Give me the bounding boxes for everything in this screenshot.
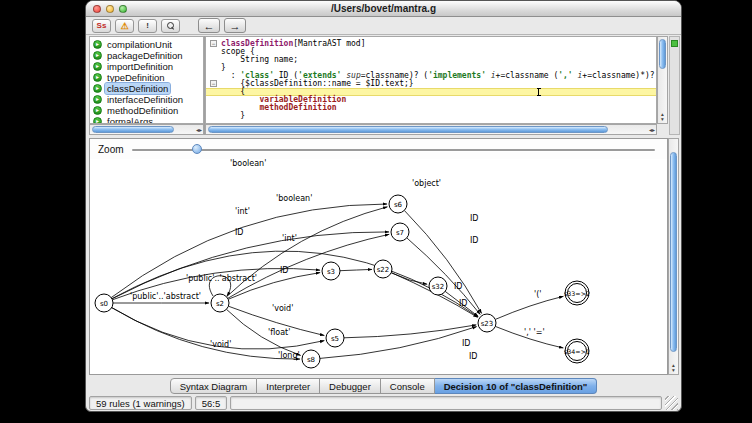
rule-item-typeDefinition[interactable]: ▸typeDefinition: [90, 72, 203, 83]
tab-interpreter[interactable]: Interpreter: [257, 378, 320, 394]
rule-label: packageDefinition: [105, 50, 185, 61]
pane-vscroll-thumb[interactable]: [670, 152, 677, 352]
svg-text:s8: s8: [307, 356, 315, 364]
toolbar: Ss ⚠ ! ← →: [86, 17, 681, 35]
rule-label: compilationUnit: [105, 39, 174, 50]
rule-label: interfaceDefinition: [105, 94, 185, 105]
edge-label: 'long': [278, 351, 300, 360]
editor-horizontal-scrollbar[interactable]: ◂▸: [205, 124, 657, 135]
svg-text:s32: s32: [432, 283, 445, 291]
warnings-button[interactable]: ⚠: [115, 19, 134, 33]
analysis-column[interactable]: [669, 36, 680, 135]
code-line[interactable]: − {$classDefinition::name = $ID.text;}: [206, 80, 656, 88]
back-arrow-icon: ←: [204, 20, 215, 32]
edge-label: '(': [534, 290, 542, 299]
dfa-diagram-canvas[interactable]: 'public'..'abstract''public'..'abstract'…: [90, 159, 667, 375]
dfa-node-s32[interactable]: s32: [429, 277, 447, 295]
rule-icon: ▸: [93, 73, 102, 82]
tree-horizontal-scrollbar[interactable]: ◂▸: [89, 124, 204, 135]
dfa-edge: [407, 238, 480, 315]
dfa-node-s2[interactable]: s2: [211, 294, 229, 312]
tab-decision-10-of-classdefinition[interactable]: Decision 10 of "classDefinition": [435, 378, 598, 394]
bottom-tabs: Syntax DiagramInterpreterDebuggerConsole…: [86, 378, 681, 394]
svg-text:s22: s22: [377, 266, 390, 274]
rule-item-classDefinition[interactable]: ▸classDefinition: [90, 83, 203, 94]
syntax-coloring-button[interactable]: Ss: [92, 19, 111, 33]
ideas-button[interactable]: !: [138, 19, 157, 33]
dfa-node-s22[interactable]: s22: [374, 260, 392, 278]
title-bar[interactable]: /Users/bovet/mantra.g: [86, 1, 681, 17]
rule-item-importDefinition[interactable]: ▸importDefinition: [90, 61, 203, 72]
fold-toggle-icon[interactable]: −: [210, 80, 221, 88]
caret-position-status: 56:5: [195, 396, 228, 410]
svg-text:s23: s23: [481, 320, 494, 328]
scroll-arrows-icon[interactable]: ▴▾: [669, 363, 678, 373]
dfa-node-s33[interactable]: s33=>2: [564, 281, 590, 305]
dfa-node-s0[interactable]: s0: [95, 294, 113, 312]
zoom-window-button[interactable]: [119, 5, 127, 13]
scroll-arrows-icon[interactable]: ◂▸: [196, 126, 202, 133]
rule-item-formalArgs[interactable]: ▸formalArgs: [90, 116, 203, 124]
zoom-slider[interactable]: [132, 143, 659, 155]
text-caret: [538, 88, 539, 96]
syntax-coloring-icon: Ss: [97, 21, 107, 30]
editor-vscroll-thumb[interactable]: [659, 39, 666, 69]
grammar-editor[interactable]: −classDefinition[MantraAST mod]scope { S…: [205, 36, 657, 124]
dfa-node-s23[interactable]: s23: [478, 314, 496, 332]
diagram-svg[interactable]: 'public'..'abstract''public'..'abstract'…: [90, 159, 667, 375]
ideas-icon: !: [146, 21, 149, 30]
zoom-bar: Zoom: [90, 139, 667, 159]
dfa-node-s7[interactable]: s7: [391, 223, 409, 241]
tree-hscroll-thumb[interactable]: [92, 126, 174, 133]
tab-console[interactable]: Console: [381, 378, 435, 394]
tab-syntax-diagram[interactable]: Syntax Diagram: [170, 378, 258, 394]
scroll-arrows-icon[interactable]: ◂▸: [649, 126, 655, 133]
rule-label: classDefinition: [105, 83, 170, 94]
status-bar: 59 rules (1 warnings) 56:5: [89, 396, 678, 410]
code-line[interactable]: methodDefinition: [206, 104, 656, 112]
minimize-button[interactable]: [106, 5, 114, 13]
zoom-slider-thumb[interactable]: [192, 144, 202, 154]
dfa-node-s3[interactable]: s3: [322, 262, 340, 280]
editor-hscroll-thumb[interactable]: [208, 126, 608, 133]
editor-vertical-scrollbar[interactable]: ▴▾: [657, 36, 668, 124]
rule-icon: ▸: [93, 40, 102, 49]
svg-text:s5: s5: [331, 335, 339, 343]
rules-tree[interactable]: ▸compilationUnit▸packageDefinition▸impor…: [89, 36, 204, 124]
code-line[interactable]: }: [206, 112, 656, 120]
rule-item-compilationUnit[interactable]: ▸compilationUnit: [90, 39, 203, 50]
pane-vertical-scrollbar[interactable]: ▴▾: [668, 138, 679, 375]
dfa-edge: [344, 325, 476, 338]
rule-label: typeDefinition: [105, 72, 167, 83]
dfa-edge: [340, 269, 372, 270]
close-button[interactable]: [93, 5, 101, 13]
dfa-node-s34[interactable]: s34=>1: [564, 339, 590, 363]
rule-icon: ▸: [93, 62, 102, 71]
rule-item-methodDefinition[interactable]: ▸methodDefinition: [90, 105, 203, 116]
warning-icon: ⚠: [120, 21, 128, 31]
svg-text:s34=>1: s34=>1: [564, 348, 590, 355]
svg-text:s33=>2: s33=>2: [564, 290, 590, 297]
find-button[interactable]: [161, 19, 180, 33]
dfa-node-s8[interactable]: s8: [302, 350, 320, 368]
forward-button[interactable]: →: [224, 18, 246, 33]
code-line[interactable]: −classDefinition[MantraAST mod]: [206, 40, 656, 48]
scroll-arrows-icon[interactable]: ▴▾: [658, 112, 667, 122]
edge-label: ID: [459, 299, 468, 308]
code-line[interactable]: String name;: [206, 56, 656, 64]
dfa-node-s5[interactable]: s5: [326, 329, 344, 347]
rule-item-packageDefinition[interactable]: ▸packageDefinition: [90, 50, 203, 61]
dfa-edge: [320, 327, 477, 359]
back-button[interactable]: ←: [198, 18, 220, 33]
resize-grip[interactable]: [665, 396, 678, 410]
decision-dfa-pane: Zoom 'public'..'abstract''public'..'abst…: [89, 138, 668, 375]
edge-label: 'int': [282, 234, 297, 243]
dfa-node-s6[interactable]: s6: [389, 195, 407, 213]
edge-label: 'int': [235, 207, 250, 216]
rule-item-interfaceDefinition[interactable]: ▸interfaceDefinition: [90, 94, 203, 105]
fold-toggle-icon[interactable]: −: [210, 40, 221, 48]
rule-icon: ▸: [93, 84, 102, 93]
tab-debugger[interactable]: Debugger: [320, 378, 381, 394]
zoom-slider-track[interactable]: [132, 149, 655, 151]
rule-icon: ▸: [93, 117, 102, 124]
